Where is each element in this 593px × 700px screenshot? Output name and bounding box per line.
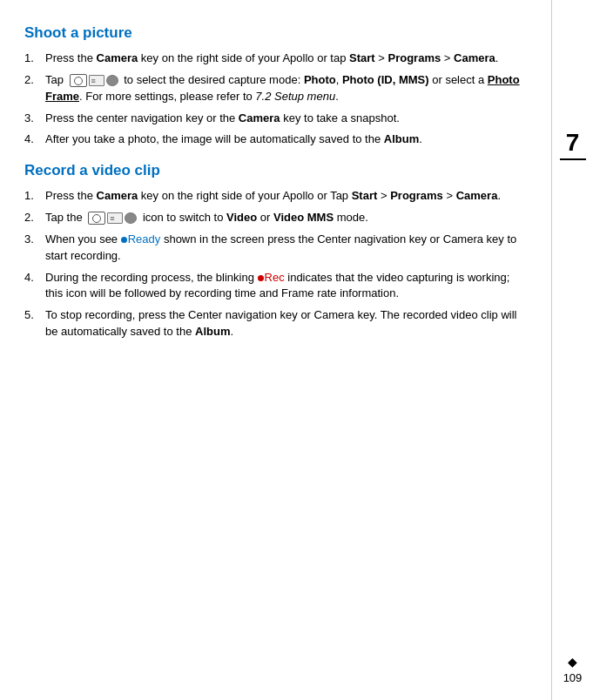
bold-text: Photo xyxy=(304,73,336,86)
list-content: When you see Ready shown in the screen p… xyxy=(45,232,523,265)
list-content: After you take a photo, the image will b… xyxy=(45,131,523,148)
right-sidebar: 7 ◆ 109 xyxy=(551,0,593,700)
list-item: 2. Tap to select the desired capture mod… xyxy=(24,72,523,105)
list-item: 3. When you see Ready shown in the scree… xyxy=(24,232,523,265)
list-item: 5. To stop recording, press the Center n… xyxy=(24,307,523,340)
content-area: Shoot a picture 1. Press the Camera key … xyxy=(24,24,541,340)
list-content: Tap the icon to switch to Video or Video… xyxy=(45,210,523,226)
list-item: 4. After you take a photo, the image wil… xyxy=(24,131,523,148)
list-number: 2. xyxy=(24,210,45,226)
chapter-line xyxy=(560,158,586,160)
list-item: 2. Tap the icon to switch to Video or Vi… xyxy=(24,210,523,226)
section1-title: Shoot a picture xyxy=(24,24,523,42)
section1-list: 1. Press the Camera key on the right sid… xyxy=(24,50,523,148)
menu-icon-2 xyxy=(107,212,123,224)
list-item: 4. During the recording process, the bli… xyxy=(24,270,523,303)
bold-text: Album xyxy=(384,132,419,145)
chapter-number: 7 xyxy=(566,131,580,155)
page-container: Shoot a picture 1. Press the Camera key … xyxy=(0,0,593,700)
list-number: 1. xyxy=(24,50,45,67)
bold-text: Photo (ID, MMS) xyxy=(342,73,429,86)
camera-icon-2 xyxy=(88,212,105,225)
bold-text: Album xyxy=(195,325,230,338)
camera-icon-inline xyxy=(69,74,119,87)
rec-text: Rec xyxy=(258,271,285,284)
list-number: 2. xyxy=(24,72,45,105)
bold-text: Video xyxy=(226,211,257,224)
list-number: 4. xyxy=(24,270,45,303)
list-content: To stop recording, press the Center navi… xyxy=(45,307,523,340)
camera-icon-inline-2 xyxy=(87,212,138,225)
list-item: 3. Press the center navigation key or th… xyxy=(24,111,523,127)
dot-icon-2 xyxy=(125,212,137,224)
bold-text: Camera xyxy=(97,189,138,202)
section2-list: 1. Press the Camera key on the right sid… xyxy=(24,188,523,340)
bold-text: Start xyxy=(349,51,375,64)
menu-icon xyxy=(89,75,104,86)
list-number: 3. xyxy=(24,111,45,127)
section2-title: Record a video clip xyxy=(24,162,523,179)
list-number: 3. xyxy=(24,232,45,265)
diamond-icon: ◆ xyxy=(568,655,577,669)
list-item: 1. Press the Camera key on the right sid… xyxy=(24,50,523,67)
list-number: 4. xyxy=(24,131,45,148)
bold-text: Start xyxy=(352,189,378,202)
list-content: Press the Camera key on the right side o… xyxy=(45,50,523,67)
bold-text: Video MMS xyxy=(273,211,334,224)
list-number: 5. xyxy=(24,307,45,340)
list-item: 1. Press the Camera key on the right sid… xyxy=(24,188,523,205)
bold-text: Camera xyxy=(456,189,498,202)
bold-text: Programs xyxy=(390,189,443,202)
ready-text: Ready xyxy=(121,232,161,246)
dot-icon xyxy=(106,75,118,86)
bold-text: Camera xyxy=(97,51,138,64)
rec-dot xyxy=(258,275,264,281)
bold-text: Programs xyxy=(388,51,441,64)
list-content: Tap to select the desired capture mode: … xyxy=(45,72,523,105)
list-content: During the recording process, the blinki… xyxy=(45,270,523,303)
page-number: 109 xyxy=(563,671,583,684)
camera-icon xyxy=(70,74,87,87)
list-number: 1. xyxy=(24,188,45,205)
list-content: Press the Camera key on the right side o… xyxy=(45,188,523,205)
bold-text: Camera xyxy=(239,111,280,125)
bold-text: Camera xyxy=(454,51,495,64)
italic-text: 7.2 Setup menu xyxy=(255,90,335,103)
ready-dot xyxy=(121,237,127,243)
list-content: Press the center navigation key or the C… xyxy=(45,111,523,127)
